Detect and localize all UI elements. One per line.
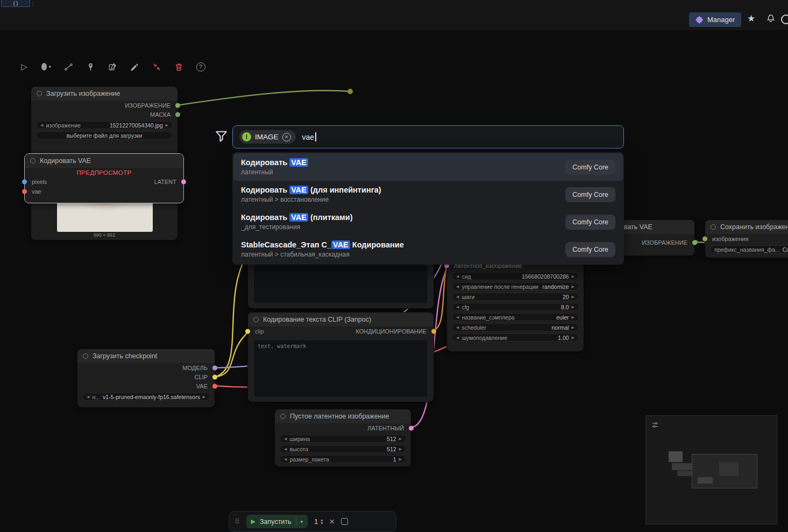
clip-output-dot[interactable] xyxy=(212,374,217,379)
choose-file-button[interactable]: выберите файл для загрузки xyxy=(36,131,173,139)
decrement-arrow[interactable]: ◀ xyxy=(456,305,459,309)
widget-sampler-name[interactable]: ◀ название_сэмплера euler ▶ xyxy=(452,313,579,321)
clip-input-dot[interactable] xyxy=(245,329,250,334)
stop-icon[interactable] xyxy=(341,518,348,525)
run-options-chevron-icon[interactable]: ▾ xyxy=(301,519,303,524)
search-query[interactable]: vae xyxy=(302,132,316,141)
node-ksampler[interactable]: латентное_изображение ◀ сид 156680208700… xyxy=(446,254,584,352)
decrement-arrow[interactable]: ◀ xyxy=(456,325,459,329)
decrement-arrow[interactable]: ◀ xyxy=(456,336,459,339)
collapse-dot-icon[interactable] xyxy=(37,91,42,96)
increment-arrow[interactable]: ▶ xyxy=(572,305,574,309)
remove-filter-icon[interactable]: × xyxy=(282,133,291,141)
decrement-arrow[interactable]: ◀ xyxy=(284,457,287,461)
widget-height[interactable]: ◀ высота 512 ▶ xyxy=(280,445,406,453)
widget-width[interactable]: ◀ ширина 512 ▶ xyxy=(280,435,406,443)
minimap[interactable] xyxy=(645,415,777,524)
widget-image-file[interactable]: ◀ изображение 15212270054340.jpg ▶ xyxy=(36,121,173,129)
decrement-arrow[interactable]: ◀ xyxy=(87,395,89,399)
node-title-bar[interactable]: Кодировать VAE xyxy=(25,154,183,168)
manager-button[interactable]: Manager xyxy=(689,12,741,27)
widget-checkpoint-name[interactable]: ◀ н... v1-5-pruned-emaonly-fp16.safetens… xyxy=(82,393,210,401)
conditioning-output-dot[interactable] xyxy=(431,329,436,334)
widget-filename-prefix[interactable]: префикс_названия_фа... Co xyxy=(710,245,788,253)
node-vae-encode[interactable]: Кодировать VAE ПРЕДПРОСМОТР pixels LATEN… xyxy=(24,153,184,203)
increment-arrow[interactable]: ▶ xyxy=(399,447,402,451)
collapse-view-icon[interactable] xyxy=(152,62,161,72)
images-input-dot[interactable] xyxy=(702,236,707,241)
minimap-settings-icon[interactable] xyxy=(651,421,659,429)
search-result-row[interactable]: Кодировать VAE (плитками) _для_тестирова… xyxy=(233,208,623,236)
widget-control-after-generate[interactable]: ◀ управление после генерации randomize ▶ xyxy=(452,282,579,290)
batch-count-stepper[interactable]: 1 ▴ ▾ xyxy=(314,517,323,526)
widget-seed[interactable]: ◀ сид 156680208700286 ▶ xyxy=(452,272,579,280)
collapse-dot-icon[interactable] xyxy=(711,224,716,230)
pixels-input-dot[interactable] xyxy=(22,180,27,185)
increment-arrow[interactable]: ▶ xyxy=(203,395,205,399)
decrement-arrow[interactable]: ◀ xyxy=(284,447,287,451)
node-clip-encode-negative[interactable]: Кодирование текста CLIP (Запрос) clip КО… xyxy=(247,312,434,402)
count-down-icon[interactable]: ▾ xyxy=(321,522,323,524)
decrement-arrow[interactable]: ◀ xyxy=(456,285,459,288)
drag-handle-icon[interactable]: ⠿ xyxy=(235,517,240,526)
collapse-dot-icon[interactable] xyxy=(280,414,286,419)
node-title-bar[interactable]: Пустое латентное изображение xyxy=(275,409,411,423)
prompt-text-widget[interactable]: text, watermark xyxy=(253,339,428,398)
increment-arrow[interactable]: ▶ xyxy=(572,295,574,299)
favorites-star-icon[interactable]: ★ xyxy=(747,14,755,23)
node-empty-latent[interactable]: Пустое латентное изображение ЛАТЕНТНЫЙ ◀… xyxy=(274,409,411,467)
delete-trash-icon[interactable] xyxy=(174,62,183,72)
collapse-dot-icon[interactable] xyxy=(83,353,88,359)
image-output-dot[interactable] xyxy=(175,103,180,108)
edit-pencil-icon[interactable] xyxy=(130,62,139,72)
decrement-arrow[interactable]: ◀ xyxy=(284,437,287,441)
collapse-dot-icon[interactable] xyxy=(253,317,259,322)
widget-cfg[interactable]: ◀ cfg 8.0 ▶ xyxy=(452,303,579,311)
increment-arrow[interactable]: ▶ xyxy=(572,325,574,329)
image-output-dot[interactable] xyxy=(692,240,697,245)
search-result-row[interactable]: StableCascade_Этап C_VAE Кодирование лат… xyxy=(233,236,623,263)
node-load-checkpoint[interactable]: Загрузить checkpoint МОДЕЛЬ CLIP VAE ◀ н… xyxy=(77,349,215,408)
widget-batch-size[interactable]: ◀ размер_пакета 1 ▶ xyxy=(280,455,406,463)
widget-steps[interactable]: ◀ шаги 20 ▶ xyxy=(452,293,579,301)
node-title-bar[interactable]: Кодирование текста CLIP (Запрос) xyxy=(248,313,434,327)
rename-icon[interactable] xyxy=(108,62,117,72)
collapse-dot-icon[interactable] xyxy=(30,158,36,164)
help-icon[interactable]: ? xyxy=(196,62,205,72)
widget-scheduler[interactable]: ◀ scheduler normal ▶ xyxy=(452,323,579,331)
increment-arrow[interactable]: ▶ xyxy=(166,123,168,127)
latent-output-dot[interactable] xyxy=(181,180,186,185)
node-title-bar[interactable]: Загрузить checkpoint xyxy=(77,349,215,363)
pin-icon[interactable] xyxy=(86,62,95,72)
account-icon[interactable] xyxy=(781,15,788,24)
decrement-arrow[interactable]: ◀ xyxy=(456,295,459,299)
filter-icon[interactable] xyxy=(215,129,228,143)
vae-input-dot[interactable] xyxy=(22,189,27,194)
search-result-row[interactable]: Кодировать VAE (для инпейнтинга) латентн… xyxy=(233,181,623,208)
comfyui-canvas[interactable]: ( ) Manager ★ ▷ ▾ xyxy=(0,0,788,532)
notifications-bell-icon[interactable] xyxy=(766,13,776,23)
run-button[interactable]: ▶ Запустить ▾ xyxy=(246,515,308,528)
widget-denoise[interactable]: ◀ шумоподавление 1.00 ▶ xyxy=(452,334,579,342)
link-mode-icon[interactable] xyxy=(63,62,73,72)
increment-arrow[interactable]: ▶ xyxy=(399,437,402,441)
increment-arrow[interactable]: ▶ xyxy=(399,457,402,461)
decrement-arrow[interactable]: ◀ xyxy=(456,274,459,278)
node-title-bar[interactable]: Загрузить изображение xyxy=(31,87,178,101)
increment-arrow[interactable]: ▶ xyxy=(572,274,574,278)
decrement-arrow[interactable]: ◀ xyxy=(40,123,43,127)
node-search-input[interactable]: I IMAGE × vae xyxy=(232,125,624,148)
mask-output-dot[interactable] xyxy=(175,112,180,117)
vae-output-dot[interactable] xyxy=(212,384,217,388)
workflow-tab[interactable]: ( ) xyxy=(1,0,30,7)
decrement-arrow[interactable]: ◀ xyxy=(456,315,459,319)
increment-arrow[interactable]: ▶ xyxy=(572,336,574,339)
latent-output-dot[interactable] xyxy=(409,425,414,430)
increment-arrow[interactable]: ▶ xyxy=(572,285,574,288)
search-result-row[interactable]: Кодировать VAE латентный Comfy Core xyxy=(233,153,623,181)
node-save-image[interactable]: Сохранить изображение изображения префик… xyxy=(705,219,788,258)
run-outline-icon[interactable]: ▷ xyxy=(19,62,29,72)
node-title-bar[interactable]: Сохранить изображение xyxy=(705,220,788,234)
node-color-picker-icon[interactable]: ▾ xyxy=(41,62,51,72)
clear-queue-icon[interactable]: × xyxy=(329,517,335,526)
